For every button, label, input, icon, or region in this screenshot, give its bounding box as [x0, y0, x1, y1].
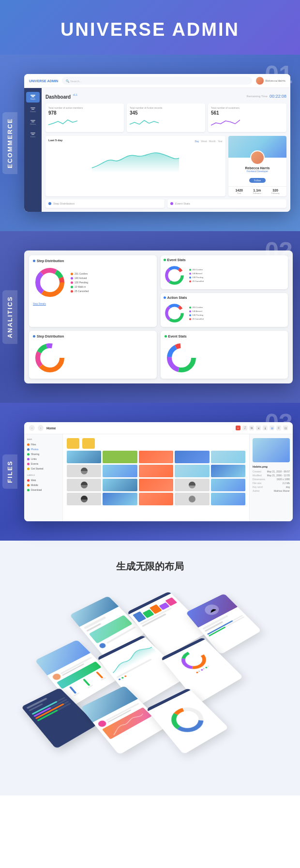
file-tile-8[interactable] [175, 465, 209, 477]
event-stats-label-2: Event Stats [168, 335, 187, 338]
folder-1[interactable] [82, 438, 95, 449]
footer-label-0: Step Distribution [53, 202, 75, 205]
sparkline-0 [48, 118, 77, 127]
forward-button[interactable]: › [38, 425, 44, 431]
iso-card-9 [146, 688, 229, 754]
files-sidebar-sharing[interactable]: Sharing [27, 452, 60, 456]
prof-stat-label-1: Followers [253, 192, 261, 194]
file-tile-9[interactable] [211, 465, 245, 477]
files-sidebar: MAIN Files Photos Sharing Links Events G… [24, 434, 63, 521]
copy-icon[interactable]: ⧉ [249, 426, 254, 430]
profile-stat-2: 320 Following [271, 189, 280, 194]
files-window: ‹ › Home + ⤴ ⧉ ✕ ℹ ⊞ ≡ ⊟ MAIN Files [24, 422, 293, 521]
dim-label: Dimensions [253, 478, 265, 481]
file-tile-12[interactable] [139, 479, 173, 491]
browser-search-box[interactable]: 🔍 Search... [62, 77, 252, 85]
share-icon[interactable]: ⤴ [242, 426, 247, 430]
ev-legend-2: 130 Pending [189, 276, 204, 279]
label-download[interactable]: Download [27, 487, 60, 492]
delete-icon[interactable]: ✕ [256, 426, 261, 430]
file-tile-7[interactable] [139, 465, 173, 477]
files-sidebar-photos[interactable]: Photos [27, 447, 60, 452]
ev-legend-0: 201 Confirm [189, 268, 204, 271]
event-donut-chart [164, 265, 185, 286]
file-info-created: Created May 21, 2018 - 09:57 [253, 470, 290, 473]
file-tile-3[interactable] [175, 451, 209, 463]
tab-month[interactable]: Month [209, 140, 216, 143]
created-label: Created [253, 470, 261, 473]
legend-item-0: 201 Confirm [71, 272, 89, 275]
step-details-link[interactable]: Step Details [33, 302, 153, 305]
file-tile-16[interactable] [103, 493, 137, 505]
files-path-header [67, 438, 245, 449]
file-tile-1[interactable] [103, 451, 137, 463]
event-stats-title-2: Event Stats [165, 335, 285, 338]
follow-button[interactable]: Follow [249, 178, 266, 183]
action-legend: 201 Confirm 140 Arrived 130 Pending 25 C… [189, 306, 204, 320]
sidebar-item-orders[interactable]: Orders [26, 117, 40, 128]
files-sidebar-files[interactable]: Files [27, 442, 60, 447]
created-value: May 21, 2018 - 09:57 [267, 470, 290, 473]
action-stats-label: Action Stats [167, 296, 187, 299]
dim-value: 1920 x 1080 [276, 478, 290, 481]
legend-dot-1 [71, 277, 73, 280]
sidebar-item-users[interactable]: Users [26, 130, 40, 140]
sparkline-2 [211, 118, 240, 127]
tab-year[interactable]: Year [218, 140, 223, 143]
footer-dot-0 [48, 202, 51, 205]
file-tile-11[interactable] [103, 479, 137, 491]
stat-label-1: Total number of Action records [130, 106, 202, 109]
back-button[interactable]: ‹ [29, 425, 35, 431]
file-tile-17[interactable] [139, 493, 173, 505]
label-mobile[interactable]: Mobile [27, 483, 60, 487]
files-sidebar-links[interactable]: Links [27, 456, 60, 461]
file-tile-19[interactable] [211, 493, 245, 505]
author-value: Mathias Maner [274, 489, 290, 492]
file-tile-0[interactable] [67, 451, 101, 463]
files-sidebar-events[interactable]: Events [27, 461, 60, 466]
footer-card-1: Event Stats [167, 199, 286, 208]
chart-title: Last 5 day [48, 139, 62, 142]
event-legend: 201 Confirm 140 Arrived 130 Pending 25 C… [189, 268, 204, 282]
hero-section: UNIVERSE ADMIN [0, 0, 300, 55]
file-tile-2[interactable] [139, 451, 173, 463]
file-tile-6[interactable] [103, 465, 137, 477]
size-value: 2.2 Mb [283, 482, 290, 485]
sidebar-item-charts[interactable]: Charts [26, 104, 40, 115]
dashboard-body: Dash Charts Orders Users [24, 88, 290, 212]
legend-item-2: 130 Pending [71, 281, 89, 284]
action-stats-title: Action Stats [164, 296, 285, 299]
files-label: Files [2, 455, 17, 489]
step-dist-title-2: Step Distribution [33, 335, 153, 338]
file-preview [253, 438, 290, 462]
add-icon[interactable]: + [236, 426, 240, 430]
file-tile-15[interactable] [67, 493, 101, 505]
stat-value-0: 978 [48, 110, 121, 116]
files-main [63, 434, 249, 521]
tag-label: Key word [253, 485, 263, 488]
ecommerce-section: eCommerce 01 UNIVERSE ADMIN 🔍 Search... … [0, 55, 300, 231]
event-donut-wrap-2 [165, 341, 285, 375]
file-tile-14[interactable] [211, 479, 245, 491]
file-tile-5[interactable] [67, 465, 101, 477]
tab-day[interactable]: Day [195, 140, 199, 143]
labels-section: LABELS [27, 474, 60, 476]
file-tile-13[interactable] [175, 479, 209, 491]
files-sidebar-getstarted[interactable]: Get Started [27, 466, 60, 471]
label-web[interactable]: Web [27, 478, 60, 483]
folder-0[interactable] [67, 438, 79, 449]
file-tile-10[interactable] [67, 479, 101, 491]
file-tile-18[interactable] [175, 493, 209, 505]
dashboard-main: Dashboard v1.1 Remaining Time 00:22:08 T… [42, 88, 290, 212]
sidebar-item-dashboard[interactable]: Dash [26, 92, 40, 103]
event-donut-chart-2 [165, 341, 198, 375]
donut-chart-step-2 [33, 341, 67, 375]
profile-role: Frontend Developer [231, 170, 284, 173]
analytics-section: Analitics 02 Step Distribution [0, 231, 300, 403]
area-chart [48, 144, 223, 173]
profile-stat-1: 1.1m Followers [253, 189, 261, 194]
file-tile-4[interactable] [211, 451, 245, 463]
tab-week[interactable]: Week [201, 140, 207, 143]
timer-value: 00:22:08 [270, 94, 286, 99]
legend-dot-0 [71, 273, 73, 275]
